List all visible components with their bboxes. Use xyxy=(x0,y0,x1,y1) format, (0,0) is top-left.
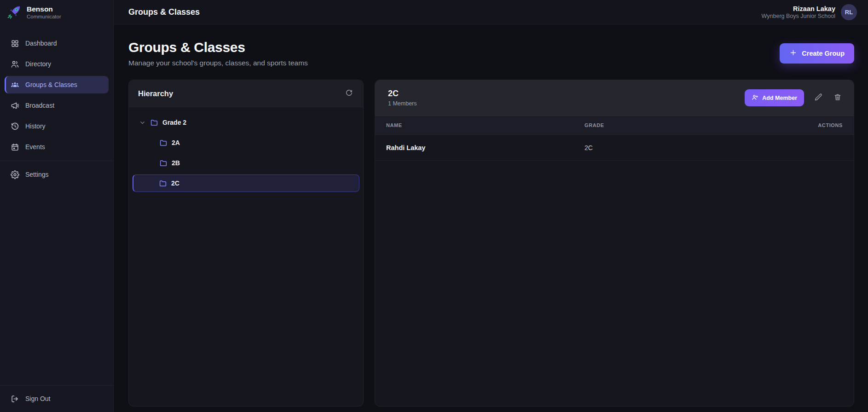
tree-item-label: 2A xyxy=(172,139,180,146)
topbar-title: Groups & Classes xyxy=(128,7,200,17)
sidebar-item-label: Settings xyxy=(25,171,49,178)
hierarchy-header: Hierarchy xyxy=(129,80,363,107)
sidebar-item-label: Dashboard xyxy=(25,40,57,47)
sidebar-item-label: Events xyxy=(25,143,45,151)
edit-group-button[interactable] xyxy=(813,92,823,104)
sidebar-item[interactable]: Dashboard xyxy=(5,35,109,52)
refresh-button[interactable] xyxy=(344,88,354,99)
page-title: Groups & Classes xyxy=(128,40,308,55)
folder-icon xyxy=(159,159,168,167)
create-group-button[interactable]: Create Group xyxy=(780,43,854,64)
sidebar-item-label: History xyxy=(25,122,46,130)
rocket-icon xyxy=(6,4,22,20)
page-subtitle: Manage your school's groups, classes, an… xyxy=(128,59,308,67)
sidebar-item[interactable]: Groups & Classes xyxy=(5,76,109,93)
create-group-label: Create Group xyxy=(802,50,845,57)
history-icon xyxy=(11,122,19,131)
main-area: Groups & Classes Rizaan Lakay Wynberg Bo… xyxy=(114,0,868,412)
page-content: Groups & Classes Manage your school's gr… xyxy=(114,24,868,412)
member-row: Rahdi Lakay 2C xyxy=(375,135,854,161)
sidebar: Benson Communicator Dashboard Directory xyxy=(0,0,114,412)
tree-item[interactable]: 2C xyxy=(133,174,359,192)
sidebar-item[interactable]: Directory xyxy=(5,55,109,73)
edit-icon xyxy=(814,93,822,103)
tree-item[interactable]: 2B xyxy=(133,154,359,172)
dashboard-icon xyxy=(11,39,19,48)
sidebar-item-label: Groups & Classes xyxy=(25,81,77,88)
trash-icon xyxy=(833,93,842,103)
page-header: Groups & Classes Manage your school's gr… xyxy=(128,40,854,67)
broadcast-icon xyxy=(11,101,19,110)
tree-item-label: Grade 2 xyxy=(162,119,186,126)
hierarchy-tree: Grade 2 2A 2B xyxy=(129,107,363,201)
sidebar-nav-secondary: Settings xyxy=(0,166,113,183)
sidebar-nav-main: Dashboard Directory Groups & Classes Bro… xyxy=(0,35,113,156)
user-plus-icon xyxy=(752,94,758,102)
chevron-down-icon[interactable] xyxy=(139,119,146,126)
avatar[interactable]: RL xyxy=(841,4,857,20)
sidebar-item[interactable]: Events xyxy=(5,138,109,156)
tree-item[interactable]: Grade 2 xyxy=(133,114,359,131)
folder-icon xyxy=(159,139,168,147)
add-member-button[interactable]: Add Member xyxy=(745,89,804,106)
member-name: Rahdi Lakay xyxy=(386,144,584,151)
settings-icon xyxy=(11,170,19,179)
hierarchy-title: Hierarchy xyxy=(138,89,173,98)
refresh-icon xyxy=(345,89,353,98)
tree-item-label: 2B xyxy=(172,159,180,167)
events-icon xyxy=(11,143,19,151)
user-name: Rizaan Lakay xyxy=(762,5,835,12)
user-school: Wynberg Boys Junior School xyxy=(762,13,835,19)
member-grade: 2C xyxy=(584,144,801,151)
sidebar-divider xyxy=(0,161,113,161)
sidebar-item[interactable]: History xyxy=(5,117,109,135)
topbar: Groups & Classes Rizaan Lakay Wynberg Bo… xyxy=(114,0,868,24)
col-name: NAME xyxy=(386,122,584,128)
group-detail-header: 2C 1 Members Add Member xyxy=(375,80,854,116)
brand-name: Benson xyxy=(27,5,61,13)
group-name: 2C xyxy=(388,89,417,99)
delete-group-button[interactable] xyxy=(833,92,843,104)
sign-out-icon xyxy=(11,395,19,403)
user-block: Rizaan Lakay Wynberg Boys Junior School … xyxy=(762,4,857,20)
groups-icon xyxy=(11,81,19,89)
folder-icon xyxy=(159,179,167,187)
tree-item-label: 2C xyxy=(171,180,179,187)
sign-out-button[interactable]: Sign Out xyxy=(5,390,109,407)
hierarchy-panel: Hierarchy Grade 2 xyxy=(128,80,364,406)
plus-icon xyxy=(789,49,797,58)
members-table-body: Rahdi Lakay 2C xyxy=(375,135,854,161)
sidebar-item[interactable]: Settings xyxy=(5,166,109,183)
col-grade: GRADE xyxy=(584,122,801,128)
sidebar-item-label: Directory xyxy=(25,60,51,68)
sidebar-item[interactable]: Broadcast xyxy=(5,97,109,114)
add-member-label: Add Member xyxy=(762,95,797,101)
col-actions: ACTIONS xyxy=(801,122,843,128)
members-table-header: NAME GRADE ACTIONS xyxy=(375,116,854,135)
folder-icon xyxy=(150,118,158,127)
group-detail-panel: 2C 1 Members Add Member xyxy=(375,80,854,406)
brand-tagline: Communicator xyxy=(27,14,61,19)
group-members-count: 1 Members xyxy=(388,100,417,107)
sidebar-item-label: Broadcast xyxy=(25,102,54,109)
tree-item[interactable]: 2A xyxy=(133,134,359,151)
brand: Benson Communicator xyxy=(0,0,113,24)
sign-out-label: Sign Out xyxy=(25,395,50,402)
directory-icon xyxy=(11,60,19,69)
app-root: Benson Communicator Dashboard Directory xyxy=(0,0,868,412)
